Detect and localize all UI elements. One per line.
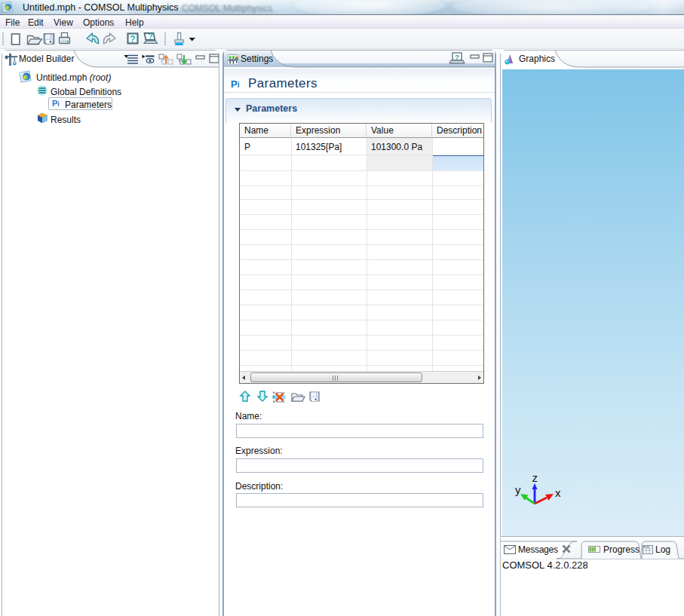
svg-text:?: ? bbox=[455, 54, 459, 61]
svg-text:y: y bbox=[515, 483, 521, 496]
svg-text:?: ? bbox=[130, 34, 135, 44]
svg-text:z: z bbox=[532, 471, 538, 484]
svg-text:x: x bbox=[555, 486, 561, 499]
svg-text:?: ? bbox=[148, 32, 152, 41]
